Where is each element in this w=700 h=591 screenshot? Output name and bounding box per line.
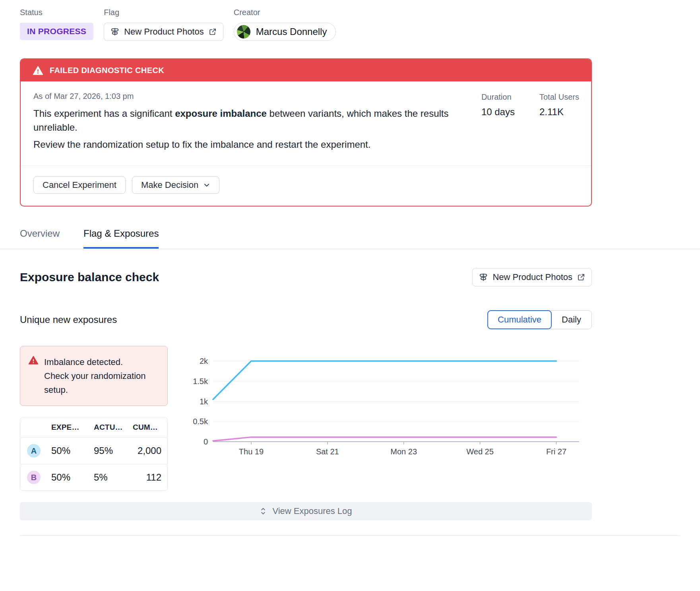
- duration-stat: Duration 10 days: [481, 93, 515, 155]
- expected-column-header: EXPE…: [51, 423, 94, 432]
- variant-a-actual: 95%: [94, 445, 133, 456]
- external-link-icon: [209, 28, 217, 36]
- unfold-icon: [260, 506, 267, 516]
- variant-a-expected: 50%: [51, 445, 94, 456]
- flag-name: New Product Photos: [493, 272, 572, 282]
- imbalance-message: Imbalance detected. Check your randomiza…: [44, 355, 159, 397]
- actual-column-header: ACTU…: [94, 423, 133, 432]
- creator-meta: Creator Marcus Donnelly: [234, 8, 336, 41]
- warning-icon: [33, 65, 43, 76]
- exposure-summary-column: Imbalance detected. Check your randomiza…: [20, 346, 168, 491]
- external-link-icon: [577, 273, 585, 281]
- exposures-chart: 00.5k1k1.5k2kThu 19Sat 21Mon 23Wed 25Fri…: [193, 352, 590, 460]
- failed-diagnostic-alert: FAILED DIAGNOSTIC CHECK As of Mar 27, 20…: [20, 58, 592, 207]
- status-label: Status: [20, 8, 93, 17]
- tab-overview[interactable]: Overview: [20, 228, 60, 249]
- table-row-variant-b: B 50% 5% 112: [20, 464, 167, 491]
- view-exposures-log-button[interactable]: View Exposures Log: [20, 502, 592, 520]
- alert-message-pre: This experiment has a significant: [33, 108, 175, 119]
- variant-a-cumulative: 2,000: [133, 445, 167, 456]
- svg-text:0.5k: 0.5k: [193, 417, 208, 426]
- cumulative-daily-toggle: Cumulative Daily: [487, 310, 592, 329]
- tab-flag-exposures[interactable]: Flag & Exposures: [83, 228, 159, 249]
- svg-text:Sat 21: Sat 21: [316, 447, 339, 456]
- svg-text:2k: 2k: [200, 357, 208, 365]
- svg-text:1.5k: 1.5k: [193, 377, 208, 386]
- chevron-down-icon: [203, 182, 210, 189]
- flag-link-button[interactable]: New Product Photos: [104, 23, 223, 41]
- view-exposures-log-label: View Exposures Log: [272, 506, 352, 516]
- variant-a-badge: A: [27, 444, 41, 458]
- flag-icon: [479, 273, 488, 282]
- total-users-label: Total Users: [539, 93, 579, 102]
- section-divider: [20, 535, 680, 536]
- experiment-page: Status IN PROGRESS Flag New Product Phot…: [20, 0, 592, 249]
- status-meta: Status IN PROGRESS: [20, 8, 93, 40]
- flag-link-button-secondary[interactable]: New Product Photos: [472, 268, 592, 286]
- alert-timestamp: As of Mar 27, 2026, 1:03 pm: [33, 92, 459, 101]
- flag-meta: Flag New Product Photos: [104, 8, 223, 41]
- page-title: Exposure balance check: [20, 270, 159, 284]
- alert-content: As of Mar 27, 2026, 1:03 pm This experim…: [21, 81, 591, 166]
- imbalance-line1: Imbalance detected.: [44, 357, 123, 367]
- experiment-meta-row: Status IN PROGRESS Flag New Product Phot…: [20, 0, 592, 41]
- alert-actions: Cancel Experiment Make Decision: [21, 166, 591, 206]
- flag-name: New Product Photos: [124, 27, 204, 37]
- chart-header: Unique new exposures Cumulative Daily: [20, 310, 592, 329]
- status-badge: IN PROGRESS: [20, 23, 93, 40]
- variant-b-badge: B: [27, 471, 41, 484]
- tab-bar: Overview Flag & Exposures: [20, 228, 592, 249]
- svg-text:Thu 19: Thu 19: [239, 447, 264, 456]
- make-decision-button[interactable]: Make Decision: [132, 176, 219, 194]
- creator-avatar: [237, 25, 250, 39]
- alert-message-line2: Review the randomization setup to fix th…: [33, 137, 459, 151]
- tab-divider: [0, 249, 700, 249]
- svg-text:Mon 23: Mon 23: [390, 447, 417, 456]
- toggle-cumulative[interactable]: Cumulative: [487, 310, 552, 329]
- alert-message-bold: exposure imbalance: [175, 108, 267, 119]
- alert-text: As of Mar 27, 2026, 1:03 pm This experim…: [33, 92, 459, 155]
- flag-icon: [111, 27, 119, 36]
- imbalance-line2: Check your randomization setup.: [44, 371, 146, 395]
- alert-header: FAILED DIAGNOSTIC CHECK: [21, 59, 591, 81]
- total-users-value: 2.11K: [539, 106, 579, 118]
- creator-chip[interactable]: Marcus Donnelly: [234, 23, 336, 41]
- variant-b-expected: 50%: [51, 472, 94, 483]
- alert-stats: Duration 10 days Total Users 2.11K: [481, 92, 579, 155]
- alert-title: FAILED DIAGNOSTIC CHECK: [50, 66, 164, 75]
- toggle-daily[interactable]: Daily: [551, 311, 591, 329]
- alert-message: This experiment has a significant exposu…: [33, 106, 459, 134]
- flag-label: Flag: [104, 8, 223, 17]
- creator-label: Creator: [234, 8, 336, 17]
- svg-text:Fri 27: Fri 27: [546, 447, 566, 456]
- svg-text:0: 0: [204, 437, 208, 446]
- svg-text:Wed 25: Wed 25: [466, 447, 494, 456]
- svg-text:1k: 1k: [200, 397, 208, 406]
- variant-b-actual: 5%: [94, 472, 133, 483]
- exposure-balance-section: Exposure balance check New Product Photo…: [20, 268, 592, 536]
- section-header: Exposure balance check New Product Photo…: [20, 268, 592, 286]
- exposure-table-header: EXPE… ACTU… CUM…: [20, 417, 167, 438]
- cumulative-column-header: CUM…: [133, 423, 167, 432]
- exposure-table: EXPE… ACTU… CUM… A 50% 95% 2,000 B 50% 5…: [20, 417, 168, 491]
- creator-name: Marcus Donnelly: [256, 26, 327, 37]
- variant-b-cumulative: 112: [133, 472, 167, 483]
- cancel-experiment-button[interactable]: Cancel Experiment: [33, 176, 126, 194]
- duration-value: 10 days: [481, 106, 515, 118]
- warning-icon: [28, 355, 39, 365]
- total-users-stat: Total Users 2.11K: [539, 93, 579, 155]
- make-decision-label: Make Decision: [141, 180, 198, 190]
- table-row-variant-a: A 50% 95% 2,000: [20, 438, 167, 464]
- duration-label: Duration: [481, 93, 515, 102]
- imbalance-alert: Imbalance detected. Check your randomiza…: [20, 346, 168, 406]
- chart-area: 00.5k1k1.5k2kThu 19Sat 21Mon 23Wed 25Fri…: [193, 346, 592, 460]
- chart-title: Unique new exposures: [20, 314, 117, 325]
- exposure-grid: Imbalance detected. Check your randomiza…: [20, 346, 592, 491]
